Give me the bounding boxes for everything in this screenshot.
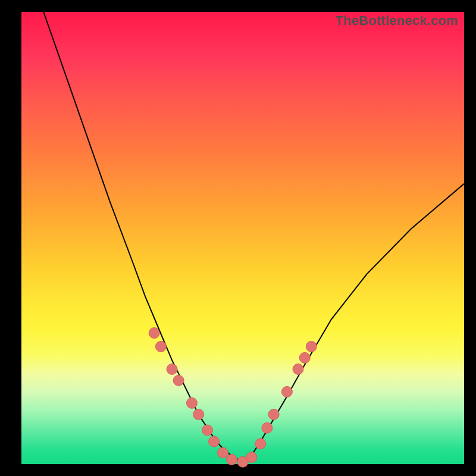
data-point bbox=[186, 397, 197, 408]
chart-stage: TheBottleneck.com bbox=[0, 0, 476, 476]
data-point bbox=[262, 422, 273, 433]
curve-right bbox=[243, 184, 464, 462]
data-point bbox=[209, 436, 220, 447]
data-point bbox=[281, 386, 292, 397]
data-point bbox=[155, 341, 166, 352]
data-point bbox=[202, 425, 213, 436]
data-point bbox=[193, 409, 204, 419]
data-point bbox=[268, 409, 279, 419]
data-point bbox=[167, 364, 177, 374]
curve-layer bbox=[21, 12, 464, 464]
data-point bbox=[226, 454, 237, 465]
data-points bbox=[149, 328, 317, 468]
data-point bbox=[218, 447, 228, 458]
data-point bbox=[149, 328, 159, 339]
data-point bbox=[246, 452, 257, 463]
data-point bbox=[255, 439, 266, 449]
plot-area: TheBottleneck.com bbox=[21, 12, 464, 464]
data-point bbox=[173, 375, 184, 386]
data-point bbox=[299, 352, 310, 363]
curve-left bbox=[43, 12, 243, 462]
data-point bbox=[306, 341, 317, 352]
data-point bbox=[293, 364, 303, 374]
